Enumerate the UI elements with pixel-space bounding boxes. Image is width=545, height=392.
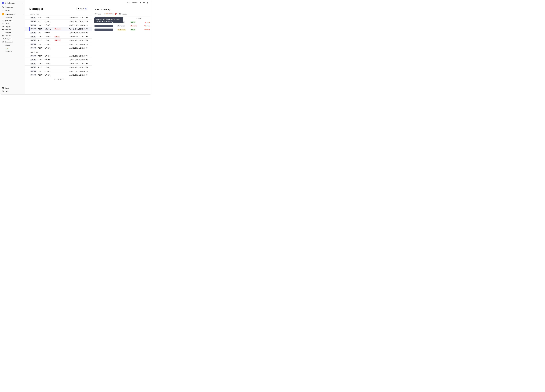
obfuscation-tooltip: Customer data obfuscation is enabled in … (94, 17, 123, 23)
sidebar-footer-list: DocsHelp (0, 86, 25, 93)
log-time: April 21 2021, 12:38:43 PM (63, 59, 88, 61)
sidebar-item-label: Users (5, 23, 9, 24)
main: Feedback? ? Debugger Fil (25, 0, 151, 94)
log-row[interactable]: 200 OKPOSTv1/notifyApril 22 2021, 12:38:… (25, 46, 92, 50)
obfuscated-name[interactable] (94, 29, 113, 31)
view-run-link[interactable]: View run (141, 25, 150, 27)
sidebar-item-help[interactable]: Help (1, 90, 24, 93)
sidebar-item-integrations[interactable]: Integrations (1, 6, 24, 9)
sidebar-item-settings[interactable]: Settings (1, 9, 24, 12)
sidebar-item-label: Layouts (5, 35, 11, 37)
log-row[interactable]: 200 OKPOSTv1/notifyApril 21 2021, 12:38:… (25, 69, 92, 73)
status-badge: 200 OK (31, 43, 37, 45)
log-path: v1/notify (45, 70, 54, 72)
log-row[interactable]: 200 OKPOSTv1/notifyApril 21 2021, 12:38:… (25, 58, 92, 62)
log-time: April 21 2021, 12:38:43 PM (63, 55, 88, 57)
log-method: POST (38, 63, 45, 65)
status-badge: 200 OK (31, 39, 37, 41)
log-time: April 22 2021, 12:38:43 PM (63, 32, 88, 34)
log-row[interactable]: 200 OKGETv1/feedApril 22 2021, 12:38:43 … (25, 31, 92, 35)
log-method: POST (38, 28, 45, 30)
sidebar-item-label: Developers (5, 41, 13, 43)
run-errors-badge: None (130, 29, 136, 30)
tab-overview[interactable]: Overview (94, 12, 101, 16)
users-icon (2, 23, 4, 24)
tenants-icon (2, 29, 4, 30)
sidebar-item-docs[interactable]: Docs (1, 87, 24, 90)
tab-messages[interactable]: Messages (119, 12, 127, 16)
log-time: April 22 2021, 12:38:43 PM (63, 40, 88, 41)
megaphone-icon (127, 2, 129, 4)
filter-button[interactable]: Filter 1 (76, 7, 88, 11)
sidebar-item-users[interactable]: Users (1, 22, 24, 25)
log-path: v1/notify (45, 40, 54, 41)
status-badge: 200 OK (31, 20, 37, 22)
log-row[interactable]: 200 OKPOSTv1/notify2 errorsApril 22 2021… (25, 27, 92, 31)
sidebar-item-webhooks[interactable]: Webhooks (1, 50, 24, 53)
sidebar-item-messages[interactable]: Messages (1, 19, 24, 22)
sidebar-item-objects[interactable]: Objects (1, 25, 24, 28)
run-errors-badge: None (130, 21, 136, 23)
sidebar-item-tenants[interactable]: Tenants (1, 28, 24, 31)
status-badge: 200 OK (31, 24, 37, 26)
workspace-switcher[interactable]: C Collaborato (0, 1, 25, 5)
log-time: April 22 2021, 12:38:43 PM (63, 28, 88, 30)
obfuscated-name[interactable] (94, 25, 113, 27)
log-row[interactable]: 200 OKPOSTv1/notifyApril 21 2021, 12:38:… (25, 62, 92, 66)
sidebar-item-workflows[interactable]: Workflows (1, 16, 24, 19)
chevron-down-icon (22, 13, 23, 15)
sidebar-item-commits[interactable]: Commits (1, 31, 24, 34)
load-more-button[interactable]: Load more (25, 77, 92, 82)
sidebar-item-analytics[interactable]: Analytics (1, 37, 24, 40)
sidebar-item-logs[interactable]: Logs (1, 47, 24, 50)
log-row[interactable]: 200 OKPOSTv1/notifyApril 22 2021, 12:38:… (25, 19, 92, 23)
docs-icon (2, 87, 4, 89)
log-date-header: APR 21 , 2021 (25, 50, 92, 54)
errors-badge: 1 error (54, 36, 60, 37)
log-path: v1/notify (45, 28, 54, 30)
view-run-link[interactable]: View run (141, 29, 150, 30)
log-path: v1/notify (45, 47, 54, 49)
user-avatar[interactable] (147, 2, 149, 4)
log-row[interactable]: 200 OKPOSTv1/notifyApril 22 2021, 12:38:… (25, 42, 92, 46)
feedback-button[interactable]: Feedback? (127, 2, 137, 4)
log-path: v1/notify (45, 43, 54, 45)
run-errors-badge: 2 errors (130, 25, 137, 27)
tab-workflow-runs-label: Workflow runs (104, 13, 114, 15)
sidebar-item-label: Help (5, 90, 8, 92)
sidebar-item-label: Commits (5, 32, 11, 34)
chevron-down-icon (22, 2, 23, 4)
sidebar-item-label: Events (5, 45, 10, 46)
sidebar-item-layouts[interactable]: Layouts (1, 34, 24, 37)
log-row[interactable]: 200 OKPOSTv1/notifyApril 21 2021, 12:38:… (25, 73, 92, 77)
sidebar-item-label: Analytics (5, 38, 12, 40)
log-row[interactable]: 200 OKPOSTv1/notifyApril 22 2021, 12:38:… (25, 16, 92, 19)
log-row[interactable]: 200 OKPOSTv1/notify1 errorApril 22 2021,… (25, 35, 92, 38)
objects-icon (2, 26, 4, 28)
log-row[interactable]: 200 OKPOSTv1/notifyApril 21 2021, 12:38:… (25, 54, 92, 58)
log-time: April 21 2021, 12:38:43 PM (63, 70, 88, 72)
log-row[interactable]: 200 OKPOSTv1/notifyApril 21 2021, 12:38:… (25, 66, 92, 69)
log-path: v1/notify (45, 63, 54, 65)
sidebar-dev-list: WorkflowsMessagesUsersObjectsTenantsComm… (0, 16, 25, 44)
bell-icon[interactable] (139, 2, 141, 4)
tab-workflow-runs[interactable]: Workflow runs 2 (104, 12, 117, 16)
run-row: ProcessingNoneView run (94, 28, 150, 31)
help-icon[interactable]: ? (143, 2, 145, 4)
sidebar-section-development[interactable]: Development (0, 12, 25, 16)
log-time: April 21 2021, 12:38:43 PM (63, 63, 88, 65)
log-method: POST (38, 43, 45, 45)
log-row[interactable]: 200 OKPOSTv1/notifyApril 22 2021, 12:38:… (25, 23, 92, 27)
sidebar-item-events[interactable]: Events (1, 44, 24, 47)
log-row[interactable]: 200 OKPOSTv1/notify4 errorsApril 22 2021… (25, 38, 92, 42)
developers-icon (2, 41, 4, 43)
sidebar-item-label: Objects (5, 26, 11, 28)
svg-point-11 (147, 2, 148, 3)
log-path: v1/notify (45, 17, 54, 18)
status-badge: 200 OK (31, 66, 37, 68)
run-row: Complete2 errorsView run (94, 24, 150, 28)
status-badge: 200 OK (31, 17, 37, 18)
view-run-link[interactable]: View run (141, 21, 150, 23)
logs-list[interactable]: APR 22, 2021200 OKPOSTv1/notifyApril 22 … (25, 12, 92, 84)
sidebar-item-developers[interactable]: Developers (1, 40, 24, 43)
